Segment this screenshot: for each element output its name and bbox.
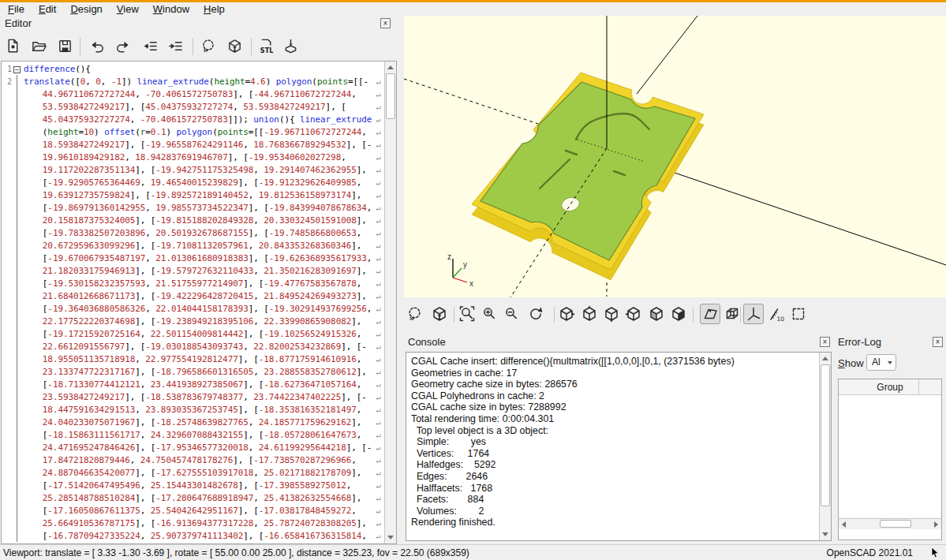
code-row: [-18.15863111561717, 24.329607088432155]… — [2, 429, 383, 442]
console-vscrollbar[interactable] — [819, 353, 831, 540]
view-front-button[interactable] — [646, 304, 667, 324]
console-line: Halfedges: 5292 — [411, 459, 810, 471]
errorlog-column-header[interactable]: Group — [839, 379, 941, 395]
code-row: 18.447591634291513, 23.893035367253745],… — [2, 404, 383, 416]
svg-text:10: 10 — [777, 315, 785, 323]
code-row: [-19.670067935487197, 21.013061680918383… — [2, 252, 383, 265]
app-version-text: OpenSCAD 2021.01 — [827, 547, 913, 558]
show-scale-markers-button[interactable]: 10 — [766, 304, 787, 324]
errorlog-filter-value: Al — [872, 357, 881, 368]
reset-view-button[interactable] — [525, 304, 545, 324]
zoom-in-button[interactable] — [479, 304, 499, 324]
new-file-button[interactable] — [2, 35, 23, 56]
code-row: 19.9610189429182, 18.942837691946707], [… — [2, 151, 383, 164]
menu-bar: FileEditDesignViewWindowHelp — [0, 2, 946, 16]
errorlog-show-label: Show — [838, 357, 864, 369]
console-errorlog-splitter[interactable] — [832, 331, 838, 544]
console-line: Total rendering time: 0:00:04.301 — [411, 413, 810, 425]
view-right-button[interactable] — [556, 304, 577, 324]
indent-button[interactable] — [165, 35, 185, 56]
code-row: 21.182033175946913], [-19.57972763211043… — [2, 265, 383, 278]
axis-posx-line — [670, 171, 946, 265]
code-row: [-19.869791360142955, 19.985573734522347… — [2, 202, 383, 215]
axis-indicator: z y x — [447, 252, 473, 288]
view-top-button[interactable] — [579, 304, 600, 324]
errorlog-table: Group — [838, 379, 942, 540]
view-bottom-button[interactable] — [601, 304, 622, 324]
code-row: (height=10) offset(r=0.1) polygon(points… — [2, 126, 383, 139]
code-row: [-17.16050867611375, 25.54042642951167],… — [2, 505, 383, 517]
axis-label-x: x — [469, 279, 473, 288]
code-row: 23.133747722317167], [-18.79658660131650… — [2, 366, 383, 379]
editor-toolbar: » STL — [0, 32, 397, 61]
errorlog-panel-title-bar: Error-Log × — [838, 334, 946, 350]
console-panel-title: Console — [408, 336, 446, 348]
editor-vscrollbar[interactable] — [384, 62, 396, 543]
show-axes-button[interactable] — [743, 304, 764, 324]
code-row: 18.955051135718918, 22.977554192812477],… — [2, 353, 383, 366]
code-editor[interactable]: 1difference(){2translate([0, 0, -1]) lin… — [1, 61, 397, 544]
console-close-icon[interactable]: × — [820, 337, 830, 347]
viewport-status-text: Viewport: translate = [ 3.33 -1.30 -3.69… — [3, 547, 469, 558]
preview-button[interactable]: » — [197, 35, 218, 56]
export-stl-button[interactable]: STL — [256, 35, 276, 56]
fold-guide-line — [17, 75, 17, 542]
code-row: [-19.92905765364469, 19.46540015239829],… — [2, 177, 383, 189]
show-edges-button[interactable] — [788, 304, 809, 324]
zoom-out-button[interactable] — [501, 304, 522, 324]
code-row: 22.6612091556797], [-19.030188543093743,… — [2, 341, 383, 353]
code-row: [-19.783382507203896, 20.501932678687155… — [2, 227, 383, 240]
code-row: 45.04375932727274, -70.4061572750783]]);… — [2, 114, 383, 126]
code-row: 2translate([0, 0, -1]) linear_extrude(he… — [2, 76, 383, 88]
errorlog-panel-title: Error-Log — [838, 336, 881, 348]
view-back-button[interactable] — [668, 304, 689, 324]
3d-viewport[interactable]: z y x — [404, 16, 946, 297]
axis-label-y: y — [463, 260, 467, 269]
axis-label-z: z — [447, 252, 451, 261]
console-line: Top level object is a 3D object: — [411, 425, 810, 437]
console-output: CGAL Cache insert: difference(){multmatr… — [406, 352, 832, 541]
perspective-view-button[interactable] — [700, 304, 720, 324]
errorlog-hscrollbar[interactable] — [839, 518, 941, 529]
render-button[interactable] — [429, 304, 450, 324]
unindent-button[interactable] — [140, 35, 160, 56]
send-to-printer-button[interactable] — [280, 35, 301, 56]
menu-item-edit[interactable]: Edit — [32, 2, 62, 16]
code-lines: 1difference(){2translate([0, 0, -1]) lin… — [2, 63, 383, 543]
errorlog-close-icon[interactable]: × — [933, 337, 943, 347]
editor-viewport-splitter[interactable] — [397, 16, 404, 544]
errorlog-filter-select[interactable]: Al — [866, 354, 896, 371]
svg-text:»: » — [409, 313, 415, 323]
code-row: 44.967110672727244, -70.4061572750783], … — [2, 88, 383, 101]
save-button[interactable] — [54, 35, 75, 56]
code-row: [-19.364036880586326, 22.014044158178393… — [2, 303, 383, 315]
status-bar: Viewport: translate = [ 3.33 -1.30 -3.69… — [0, 544, 946, 560]
code-row: 53.5938427249217], [45.04375932727274, 5… — [2, 101, 383, 114]
code-row: 18.5938427249217], [-19.965587624291146,… — [2, 139, 383, 151]
console-line: Simple: yes — [411, 436, 810, 448]
menu-item-help[interactable]: Help — [197, 2, 231, 16]
console-panel-title-bar: Console × — [406, 334, 832, 350]
fold-collapse-icon[interactable]: – — [13, 66, 21, 73]
render-button[interactable] — [224, 35, 245, 56]
open-file-button[interactable] — [28, 35, 49, 56]
code-row: [-17.51420647495496, 25.15443301482678],… — [2, 480, 383, 492]
column-divider[interactable] — [918, 379, 919, 395]
code-row: 25.285148788510284], [-17.28064768891894… — [2, 492, 383, 505]
menu-item-file[interactable]: File — [2, 2, 31, 16]
console-line: Geometry cache size in bytes: 286576 — [411, 379, 810, 390]
menu-item-design[interactable]: Design — [64, 2, 108, 16]
console-line: CGAL Cache insert: difference(){multmatr… — [411, 356, 810, 368]
console-line: Facets: 884 — [411, 494, 810, 506]
editor-close-icon[interactable]: × — [380, 18, 391, 28]
view-left-button[interactable] — [623, 304, 644, 324]
zoom-all-icon[interactable] — [457, 304, 477, 324]
code-row: 19.117202287351134], [-19.94275117532549… — [2, 164, 383, 177]
redo-button[interactable] — [112, 35, 133, 56]
undo-button[interactable] — [87, 35, 107, 56]
code-row: 24.471695247846426], [-17.95346577320018… — [2, 442, 383, 454]
menu-item-window[interactable]: Window — [147, 2, 196, 16]
preview-button[interactable]: » — [404, 304, 424, 324]
menu-item-view[interactable]: View — [110, 2, 145, 16]
code-row: 1difference(){ — [2, 63, 383, 76]
